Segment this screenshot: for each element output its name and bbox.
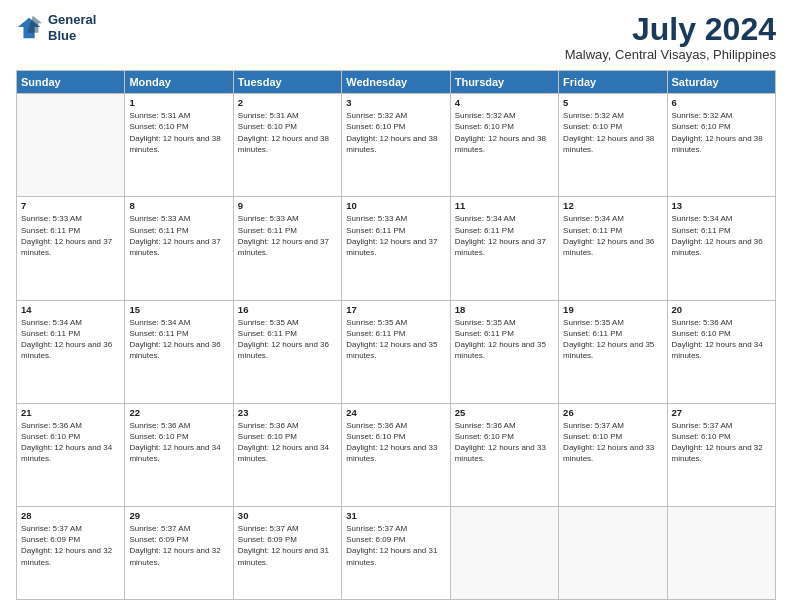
calendar-cell: 6Sunrise: 5:32 AMSunset: 6:10 PMDaylight… [667, 94, 775, 197]
calendar-cell: 22Sunrise: 5:36 AMSunset: 6:10 PMDayligh… [125, 403, 233, 506]
calendar-cell: 1Sunrise: 5:31 AMSunset: 6:10 PMDaylight… [125, 94, 233, 197]
day-number: 1 [129, 97, 228, 108]
day-number: 23 [238, 407, 337, 418]
logo: General Blue [16, 12, 96, 43]
day-number: 29 [129, 510, 228, 521]
day-number: 17 [346, 304, 445, 315]
logo-icon [16, 14, 44, 42]
week-row-4: 21Sunrise: 5:36 AMSunset: 6:10 PMDayligh… [17, 403, 776, 506]
day-number: 10 [346, 200, 445, 211]
calendar-cell: 11Sunrise: 5:34 AMSunset: 6:11 PMDayligh… [450, 197, 558, 300]
calendar-cell: 14Sunrise: 5:34 AMSunset: 6:11 PMDayligh… [17, 300, 125, 403]
day-number: 7 [21, 200, 120, 211]
week-row-5: 28Sunrise: 5:37 AMSunset: 6:09 PMDayligh… [17, 507, 776, 600]
calendar-cell: 18Sunrise: 5:35 AMSunset: 6:11 PMDayligh… [450, 300, 558, 403]
header: General Blue July 2024 Malway, Central V… [16, 12, 776, 62]
day-number: 28 [21, 510, 120, 521]
week-row-2: 7Sunrise: 5:33 AMSunset: 6:11 PMDaylight… [17, 197, 776, 300]
day-info: Sunrise: 5:31 AMSunset: 6:10 PMDaylight:… [238, 110, 337, 155]
day-info: Sunrise: 5:35 AMSunset: 6:11 PMDaylight:… [563, 317, 662, 362]
day-info: Sunrise: 5:33 AMSunset: 6:11 PMDaylight:… [238, 213, 337, 258]
calendar-cell: 23Sunrise: 5:36 AMSunset: 6:10 PMDayligh… [233, 403, 341, 506]
week-row-1: 1Sunrise: 5:31 AMSunset: 6:10 PMDaylight… [17, 94, 776, 197]
day-info: Sunrise: 5:36 AMSunset: 6:10 PMDaylight:… [129, 420, 228, 465]
day-number: 24 [346, 407, 445, 418]
calendar-cell: 15Sunrise: 5:34 AMSunset: 6:11 PMDayligh… [125, 300, 233, 403]
day-number: 26 [563, 407, 662, 418]
day-number: 8 [129, 200, 228, 211]
col-header-thursday: Thursday [450, 71, 558, 94]
day-number: 21 [21, 407, 120, 418]
calendar-cell: 9Sunrise: 5:33 AMSunset: 6:11 PMDaylight… [233, 197, 341, 300]
calendar-cell: 13Sunrise: 5:34 AMSunset: 6:11 PMDayligh… [667, 197, 775, 300]
day-number: 14 [21, 304, 120, 315]
calendar-cell [450, 507, 558, 600]
col-header-saturday: Saturday [667, 71, 775, 94]
day-number: 2 [238, 97, 337, 108]
calendar-cell: 21Sunrise: 5:36 AMSunset: 6:10 PMDayligh… [17, 403, 125, 506]
day-info: Sunrise: 5:32 AMSunset: 6:10 PMDaylight:… [455, 110, 554, 155]
calendar-cell: 30Sunrise: 5:37 AMSunset: 6:09 PMDayligh… [233, 507, 341, 600]
day-info: Sunrise: 5:37 AMSunset: 6:09 PMDaylight:… [346, 523, 445, 568]
day-number: 16 [238, 304, 337, 315]
calendar-cell: 16Sunrise: 5:35 AMSunset: 6:11 PMDayligh… [233, 300, 341, 403]
day-info: Sunrise: 5:37 AMSunset: 6:09 PMDaylight:… [129, 523, 228, 568]
calendar-cell: 25Sunrise: 5:36 AMSunset: 6:10 PMDayligh… [450, 403, 558, 506]
calendar-cell: 19Sunrise: 5:35 AMSunset: 6:11 PMDayligh… [559, 300, 667, 403]
calendar-cell: 10Sunrise: 5:33 AMSunset: 6:11 PMDayligh… [342, 197, 450, 300]
day-number: 20 [672, 304, 771, 315]
day-info: Sunrise: 5:33 AMSunset: 6:11 PMDaylight:… [346, 213, 445, 258]
day-info: Sunrise: 5:37 AMSunset: 6:09 PMDaylight:… [21, 523, 120, 568]
day-info: Sunrise: 5:33 AMSunset: 6:11 PMDaylight:… [129, 213, 228, 258]
day-info: Sunrise: 5:36 AMSunset: 6:10 PMDaylight:… [346, 420, 445, 465]
calendar-cell: 4Sunrise: 5:32 AMSunset: 6:10 PMDaylight… [450, 94, 558, 197]
day-info: Sunrise: 5:32 AMSunset: 6:10 PMDaylight:… [563, 110, 662, 155]
calendar-cell: 2Sunrise: 5:31 AMSunset: 6:10 PMDaylight… [233, 94, 341, 197]
day-number: 15 [129, 304, 228, 315]
calendar-cell: 20Sunrise: 5:36 AMSunset: 6:10 PMDayligh… [667, 300, 775, 403]
calendar-cell: 29Sunrise: 5:37 AMSunset: 6:09 PMDayligh… [125, 507, 233, 600]
day-number: 12 [563, 200, 662, 211]
day-info: Sunrise: 5:35 AMSunset: 6:11 PMDaylight:… [455, 317, 554, 362]
calendar-cell [17, 94, 125, 197]
calendar-cell: 24Sunrise: 5:36 AMSunset: 6:10 PMDayligh… [342, 403, 450, 506]
col-header-sunday: Sunday [17, 71, 125, 94]
day-number: 13 [672, 200, 771, 211]
title-block: July 2024 Malway, Central Visayas, Phili… [565, 12, 776, 62]
day-info: Sunrise: 5:34 AMSunset: 6:11 PMDaylight:… [563, 213, 662, 258]
subtitle: Malway, Central Visayas, Philippines [565, 47, 776, 62]
calendar-cell: 8Sunrise: 5:33 AMSunset: 6:11 PMDaylight… [125, 197, 233, 300]
day-number: 18 [455, 304, 554, 315]
calendar-cell [559, 507, 667, 600]
page: General Blue July 2024 Malway, Central V… [0, 0, 792, 612]
day-info: Sunrise: 5:37 AMSunset: 6:10 PMDaylight:… [563, 420, 662, 465]
day-number: 22 [129, 407, 228, 418]
main-title: July 2024 [565, 12, 776, 47]
day-info: Sunrise: 5:32 AMSunset: 6:10 PMDaylight:… [672, 110, 771, 155]
day-info: Sunrise: 5:34 AMSunset: 6:11 PMDaylight:… [455, 213, 554, 258]
calendar-cell: 17Sunrise: 5:35 AMSunset: 6:11 PMDayligh… [342, 300, 450, 403]
day-info: Sunrise: 5:37 AMSunset: 6:09 PMDaylight:… [238, 523, 337, 568]
day-info: Sunrise: 5:37 AMSunset: 6:10 PMDaylight:… [672, 420, 771, 465]
calendar-cell: 12Sunrise: 5:34 AMSunset: 6:11 PMDayligh… [559, 197, 667, 300]
day-info: Sunrise: 5:35 AMSunset: 6:11 PMDaylight:… [346, 317, 445, 362]
day-number: 4 [455, 97, 554, 108]
day-number: 31 [346, 510, 445, 521]
col-header-wednesday: Wednesday [342, 71, 450, 94]
day-number: 9 [238, 200, 337, 211]
day-number: 25 [455, 407, 554, 418]
calendar-cell: 5Sunrise: 5:32 AMSunset: 6:10 PMDaylight… [559, 94, 667, 197]
day-number: 11 [455, 200, 554, 211]
day-info: Sunrise: 5:36 AMSunset: 6:10 PMDaylight:… [238, 420, 337, 465]
col-header-tuesday: Tuesday [233, 71, 341, 94]
day-info: Sunrise: 5:36 AMSunset: 6:10 PMDaylight:… [455, 420, 554, 465]
calendar-cell: 3Sunrise: 5:32 AMSunset: 6:10 PMDaylight… [342, 94, 450, 197]
col-header-monday: Monday [125, 71, 233, 94]
day-info: Sunrise: 5:32 AMSunset: 6:10 PMDaylight:… [346, 110, 445, 155]
calendar-cell [667, 507, 775, 600]
col-header-friday: Friday [559, 71, 667, 94]
logo-text: General Blue [48, 12, 96, 43]
day-info: Sunrise: 5:35 AMSunset: 6:11 PMDaylight:… [238, 317, 337, 362]
calendar-cell: 31Sunrise: 5:37 AMSunset: 6:09 PMDayligh… [342, 507, 450, 600]
day-number: 27 [672, 407, 771, 418]
